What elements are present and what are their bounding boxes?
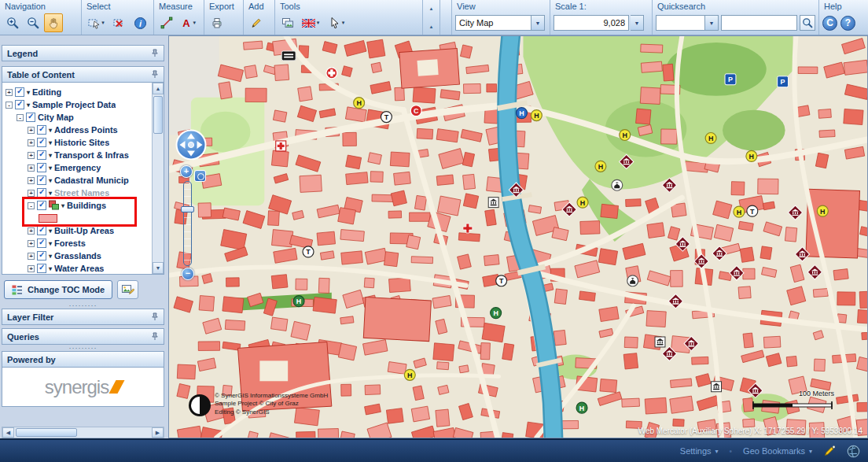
pin-icon[interactable]: [151, 70, 159, 79]
zoom-out-button[interactable]: [24, 13, 42, 32]
measure-button[interactable]: [157, 13, 176, 32]
map-snapshot-button[interactable]: [117, 280, 138, 299]
checkbox[interactable]: [37, 125, 46, 135]
view-select[interactable]: City Map: [455, 15, 545, 31]
zoom-out-map-button[interactable]: [182, 268, 194, 280]
select-features-button[interactable]: [85, 13, 108, 32]
checkbox[interactable]: [37, 163, 46, 172]
quicksearch-type-arrow[interactable]: [704, 16, 718, 30]
scroll-down-button[interactable]: [153, 262, 164, 274]
checkbox[interactable]: [37, 251, 46, 261]
scrollbar-thumb[interactable]: [153, 96, 163, 134]
powered-by-section-header[interactable]: Powered by: [2, 351, 164, 368]
chevron-down-icon[interactable]: [49, 190, 52, 197]
scale-dropdown-arrow[interactable]: [631, 16, 643, 30]
chevron-down-icon[interactable]: [49, 139, 52, 146]
expand-icon[interactable]: [28, 253, 35, 260]
checkbox[interactable]: [37, 201, 46, 210]
panel-splitter[interactable]: [2, 345, 164, 351]
sidebar-horizontal-scrollbar[interactable]: [2, 427, 164, 438]
expand-icon[interactable]: [28, 265, 35, 272]
user-globe-button[interactable]: [847, 445, 860, 458]
checkbox[interactable]: [37, 176, 46, 185]
checkbox[interactable]: [37, 188, 46, 198]
help-button[interactable]: ?: [840, 16, 855, 31]
geo-bookmarks-link[interactable]: Geo Bookmarks: [743, 446, 812, 456]
toc-layer-transport[interactable]: Transport & Infras: [4, 149, 151, 161]
language-button[interactable]: [299, 13, 324, 32]
toc-node-sample-project-data[interactable]: Sample Project Data: [4, 98, 151, 111]
scroll-right-button[interactable]: [152, 427, 164, 438]
map-canvas[interactable]: HHHHHHHHHHTTTTHHHHPPC: [169, 36, 867, 438]
pin-icon[interactable]: [151, 312, 159, 321]
toc-layer-street-names[interactable]: Street Names: [4, 187, 151, 199]
chevron-down-icon[interactable]: [49, 127, 52, 134]
pin-icon[interactable]: [151, 332, 159, 341]
zoom-slider-thumb[interactable]: [181, 206, 194, 213]
toc-section-header[interactable]: Table of Content: [2, 66, 164, 83]
zoom-slider-track[interactable]: [183, 181, 192, 266]
scroll-left-button[interactable]: [2, 427, 14, 438]
legend-section-header[interactable]: Legend: [2, 45, 164, 61]
panel-splitter[interactable]: [2, 302, 164, 309]
chevron-down-icon[interactable]: [49, 253, 52, 260]
zoom-in-map-button[interactable]: [180, 165, 193, 178]
checkbox[interactable]: [15, 100, 24, 109]
chevron-down-icon[interactable]: [61, 202, 64, 209]
expand-icon[interactable]: [28, 240, 35, 247]
toc-layer-water-areas[interactable]: Water Areas: [4, 262, 151, 275]
toc-layer-address-points[interactable]: Address Points: [4, 124, 151, 136]
toc-scrollbar[interactable]: [152, 83, 164, 274]
screenshot-button[interactable]: [278, 13, 297, 32]
expand-icon[interactable]: [6, 89, 13, 96]
chevron-down-icon[interactable]: [49, 164, 52, 172]
toc-layer-emergency[interactable]: Emergency: [4, 161, 151, 174]
chevron-down-icon[interactable]: [49, 240, 52, 247]
toc-layer-cadastral[interactable]: Cadastral Municip: [4, 174, 151, 187]
chevron-down-icon[interactable]: [49, 177, 52, 184]
redlining-status-button[interactable]: [823, 445, 836, 457]
scale-input[interactable]: [554, 15, 629, 31]
checkbox[interactable]: [26, 113, 35, 122]
checkbox[interactable]: [37, 264, 46, 273]
toc-node-city-map[interactable]: City Map: [4, 111, 151, 124]
toc-layer-grasslands[interactable]: Grasslands: [4, 249, 151, 262]
expand-icon[interactable]: [28, 152, 35, 159]
checkbox[interactable]: [37, 238, 46, 248]
chevron-down-icon[interactable]: [27, 89, 30, 96]
checkbox[interactable]: [37, 150, 46, 160]
scrollbar-thumb[interactable]: [16, 428, 77, 437]
pin-icon[interactable]: [151, 49, 159, 57]
pan-tool-button[interactable]: [44, 13, 63, 32]
print-button[interactable]: [208, 13, 226, 32]
settings-link[interactable]: Settings: [680, 446, 719, 456]
collapse-toolbar-row1-button[interactable]: [425, 3, 439, 13]
collapse-toolbar-row2-button[interactable]: [425, 21, 439, 31]
collapse-icon[interactable]: [6, 102, 13, 109]
expand-icon[interactable]: [28, 177, 35, 184]
pointer-tools-button[interactable]: [326, 13, 349, 32]
checkbox[interactable]: [37, 138, 46, 147]
expand-icon[interactable]: [28, 164, 35, 172]
chevron-down-icon[interactable]: [49, 265, 52, 272]
edit-redline-button[interactable]: [247, 13, 266, 32]
clear-selection-button[interactable]: [110, 13, 129, 32]
map-viewport[interactable]: HHHHHHHHHHTTTTHHHHPPC: [168, 35, 868, 438]
zoom-in-button[interactable]: [3, 13, 22, 32]
chevron-down-icon[interactable]: [49, 227, 52, 235]
chevron-down-icon[interactable]: [27, 102, 30, 109]
checkbox[interactable]: [15, 87, 24, 97]
expand-icon[interactable]: [28, 127, 35, 134]
checkbox[interactable]: [37, 226, 46, 235]
quicksearch-type-select[interactable]: [656, 15, 719, 31]
toc-layer-buildings[interactable]: Buildings: [4, 199, 151, 212]
about-button[interactable]: C: [822, 16, 837, 31]
quicksearch-input[interactable]: [721, 15, 797, 31]
toc-layer-built-up-areas[interactable]: Built-Up Areas: [4, 224, 151, 237]
collapse-icon[interactable]: [28, 202, 35, 209]
change-toc-mode-button[interactable]: Change TOC Mode: [4, 280, 112, 299]
layer-filter-section-header[interactable]: Layer Filter: [2, 309, 164, 325]
toc-node-editing[interactable]: Editing: [4, 86, 151, 98]
expand-icon[interactable]: [28, 227, 35, 235]
full-extent-button[interactable]: [194, 170, 206, 182]
